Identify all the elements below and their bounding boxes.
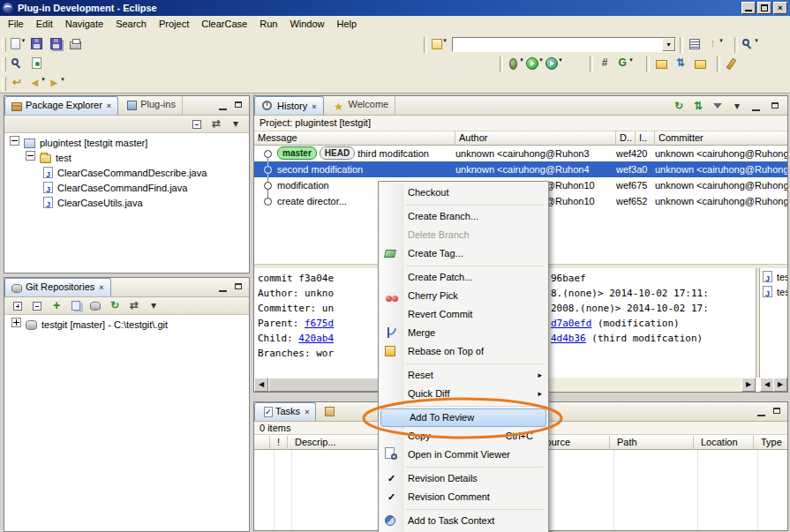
- scroll-left-button[interactable]: ◀: [760, 378, 774, 392]
- menu-item-reset[interactable]: Reset▸: [380, 366, 547, 385]
- view-menu-button[interactable]: [226, 116, 245, 135]
- refresh-button[interactable]: [669, 98, 688, 117]
- refresh-button[interactable]: [105, 297, 124, 317]
- commit-link[interactable]: f675d: [305, 318, 334, 329]
- tasks-column-header[interactable]: Location: [697, 436, 754, 450]
- menu-item-create-branch[interactable]: Create Branch...: [380, 207, 547, 226]
- menu-navigate[interactable]: Navigate: [59, 16, 109, 29]
- tab-history[interactable]: History×: [254, 96, 324, 115]
- files-horizontal-scrollbar[interactable]: ◀ ▶: [760, 378, 787, 392]
- menu-edit[interactable]: Edit: [30, 16, 59, 29]
- tasks-column-header[interactable]: Type: [757, 436, 790, 450]
- scroll-right-button[interactable]: ▶: [773, 378, 787, 392]
- menu-item-copy[interactable]: CopyCtrl+C: [380, 427, 547, 446]
- minimize-button[interactable]: [747, 98, 766, 117]
- commit-link[interactable]: d7a0efd: [551, 318, 591, 329]
- scroll-left-button[interactable]: ◀: [254, 378, 268, 392]
- menu-help[interactable]: Help: [331, 16, 364, 29]
- tasks-column-header[interactable]: [254, 436, 270, 450]
- new-wizard-button[interactable]: ▾: [7, 35, 26, 55]
- compare-mode-button[interactable]: [688, 98, 708, 117]
- run-last-button[interactable]: ▾: [544, 55, 563, 74]
- annotate-button[interactable]: [722, 55, 741, 74]
- save-all-button[interactable]: [46, 35, 65, 55]
- menu-item-revert-commit[interactable]: Revert Commit: [380, 305, 547, 324]
- launch-configuration-combo[interactable]: ▾: [452, 37, 676, 52]
- toolbar-drag-handle[interactable]: [2, 77, 6, 91]
- menu-item-checkout[interactable]: Checkout: [380, 184, 547, 202]
- collapse-expander-icon[interactable]: [26, 151, 35, 161]
- menu-item-revision-details[interactable]: ✓Revision Details: [380, 469, 547, 488]
- commit-link[interactable]: 420ab4: [298, 333, 334, 344]
- tab-welcome[interactable]: Welcome: [327, 96, 396, 115]
- collapse-all-button[interactable]: [187, 116, 207, 135]
- menu-search[interactable]: Search: [109, 16, 153, 29]
- tab-package-explorer[interactable]: Package Explorer×: [4, 96, 118, 115]
- add-repo-button[interactable]: [47, 297, 66, 317]
- column-header-committer[interactable]: Committer: [655, 131, 790, 146]
- toolbar-drag-handle[interactable]: [2, 57, 6, 71]
- team-commit-button[interactable]: [690, 55, 710, 74]
- window-close-button[interactable]: ×: [773, 2, 787, 14]
- search-button[interactable]: ▾: [740, 35, 759, 55]
- last-edit-button[interactable]: [7, 74, 26, 94]
- toolbar-drag-handle[interactable]: [2, 38, 6, 52]
- menu-item-cherry-pick[interactable]: Cherry Pick: [380, 287, 547, 305]
- tasks-column-header[interactable]: Path: [613, 436, 694, 450]
- commit-link[interactable]: 4d4b36: [551, 333, 586, 344]
- team-share-button[interactable]: [651, 55, 671, 74]
- menu-project[interactable]: Project: [153, 16, 195, 29]
- forward-button[interactable]: ▾: [46, 74, 65, 94]
- minimize-view-button[interactable]: [754, 404, 770, 419]
- menu-item-rebase-on-top-of[interactable]: Rebase on Top of: [380, 342, 547, 361]
- menu-item-create-patch[interactable]: Create Patch...: [380, 268, 547, 287]
- link-editor-button[interactable]: [207, 116, 226, 135]
- run-button[interactable]: ▾: [524, 55, 544, 74]
- menu-window[interactable]: Window: [283, 16, 330, 29]
- view-menu-button[interactable]: [727, 98, 747, 117]
- window-minimize-button[interactable]: [741, 2, 756, 14]
- filter-button[interactable]: [708, 98, 727, 117]
- column-header-index[interactable]: I..: [636, 131, 655, 146]
- menu-item-merge[interactable]: Merge: [380, 324, 547, 342]
- maximize-view-button[interactable]: [231, 98, 247, 113]
- tree-item-project[interactable]: plugintest [testgit master]: [4, 136, 249, 151]
- menu-file[interactable]: File: [2, 16, 30, 29]
- new-repo-button[interactable]: [86, 297, 105, 317]
- history-row[interactable]: masterHEADthird modifcationunknown <cair…: [254, 146, 787, 161]
- tab-plug-ins[interactable]: Plug-ins: [121, 96, 183, 115]
- close-icon[interactable]: ×: [305, 408, 309, 416]
- maximize-view-button[interactable]: [231, 280, 247, 295]
- close-icon[interactable]: ×: [107, 101, 111, 110]
- tab-unlabeled[interactable]: [319, 402, 380, 421]
- open-type-button[interactable]: [26, 55, 46, 74]
- minimize-view-button[interactable]: [215, 98, 231, 113]
- navigate-up-button[interactable]: ▾: [704, 35, 724, 55]
- minimize-view-button[interactable]: [215, 280, 231, 295]
- tree-item-file[interactable]: ClearCaseUtils.java: [4, 196, 249, 211]
- save-button[interactable]: [26, 35, 46, 55]
- menu-clearcase[interactable]: ClearCase: [195, 16, 253, 29]
- back-button[interactable]: ▾: [26, 74, 46, 94]
- tasks-column-header[interactable]: !: [274, 436, 288, 450]
- tree-item-folder[interactable]: test: [4, 151, 249, 166]
- close-icon[interactable]: ×: [312, 102, 316, 111]
- menu-item-revision-comment[interactable]: ✓Revision Comment: [380, 488, 547, 506]
- tree-item-repository[interactable]: testgit [master] - C:\testgit\.git: [4, 318, 249, 333]
- menu-item-quick-diff[interactable]: Quick Diff▸: [380, 385, 547, 403]
- tab-tasks[interactable]: Tasks×: [254, 402, 316, 421]
- commit-file-item[interactable]: tes: [760, 270, 787, 285]
- mark-occurrences-button[interactable]: ▾: [429, 35, 448, 55]
- java-search-button[interactable]: [7, 55, 26, 74]
- tree-item-file[interactable]: ClearCaseCommandDescribe.java: [4, 166, 249, 181]
- tree-item-file[interactable]: ClearCaseCommandFind.java: [4, 181, 249, 196]
- menu-run[interactable]: Run: [253, 16, 283, 29]
- menu-item-open-in-commit-viewer[interactable]: Open in Commit Viewer: [380, 446, 547, 464]
- close-icon[interactable]: ×: [99, 283, 103, 292]
- expand-expander-icon[interactable]: [11, 318, 21, 327]
- scroll-right-button[interactable]: ▶: [741, 378, 756, 392]
- column-header-author[interactable]: Author: [455, 131, 616, 146]
- collapse-all-button[interactable]: [27, 297, 47, 317]
- maximize-view-button[interactable]: [770, 404, 786, 419]
- clone-repo-button[interactable]: [66, 297, 86, 317]
